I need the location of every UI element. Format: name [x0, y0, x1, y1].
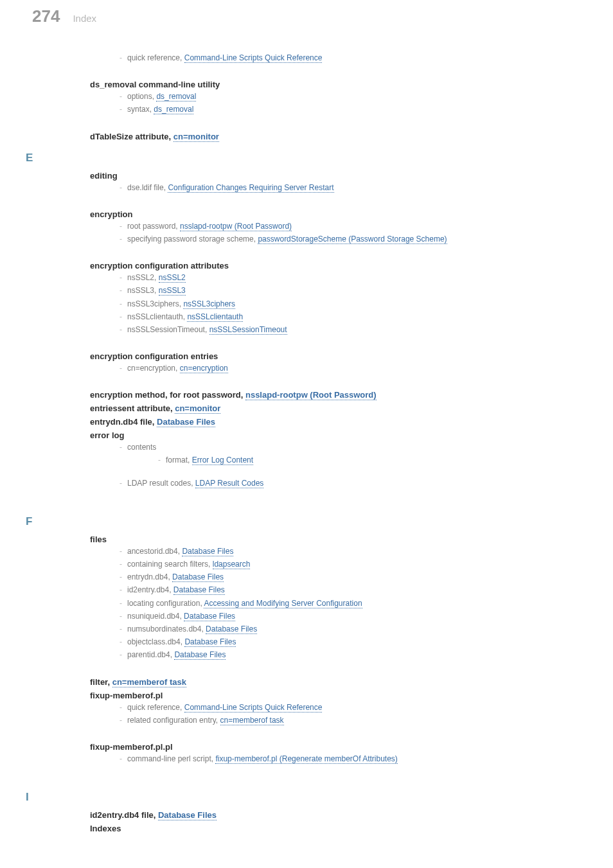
section-letter-f: F	[26, 515, 581, 528]
item-label: quick reference,	[127, 53, 184, 62]
nsssl3-link[interactable]: nsSSL3	[159, 286, 186, 296]
nssslsessiontimeout-link[interactable]: nsSSLSessionTimeout	[209, 325, 287, 335]
sub-list-inner: format, Error Log Content	[122, 454, 581, 466]
nsssl2-link[interactable]: nsSSL2	[159, 273, 186, 283]
entry-title: encryption configuration attributes	[90, 261, 581, 270]
quick-ref-link2[interactable]: Command-Line Scripts Quick Reference	[184, 703, 323, 713]
section-letter-i: I	[26, 791, 581, 804]
list-item: nsSSL3ciphers, nsSSL3ciphers	[122, 298, 581, 310]
header-title: Index	[73, 13, 96, 24]
editing-entry: editing dse.ldif file, Configuration Cha…	[90, 171, 581, 194]
item-label: containing search filters,	[127, 560, 213, 569]
item-label: specifying password storage scheme,	[127, 235, 258, 244]
page-header: 274 Index	[0, 0, 613, 39]
list-item: related configuration entry, cn=memberof…	[122, 714, 581, 727]
quick-reference-list: quick reference, Command-Line Scripts Qu…	[90, 52, 581, 64]
entry-title: ds_removal command-line utility	[90, 80, 581, 89]
list-item: format, Error Log Content	[161, 454, 581, 466]
cn-monitor-link2[interactable]: cn=monitor	[175, 403, 220, 414]
ldap-result-codes-link[interactable]: LDAP Result Codes	[195, 479, 264, 488]
ds-removal-entry: ds_removal command-line utility options,…	[90, 80, 581, 116]
db-files-link9[interactable]: Database Files	[174, 650, 226, 660]
db-files-link7[interactable]: Database Files	[206, 624, 257, 634]
fixup-memberof-plpl-entry: fixup-memberof.pl.pl command-line perl s…	[90, 742, 581, 765]
config-changes-link[interactable]: Configuration Changes Requiring Server R…	[168, 183, 333, 193]
db-files-link3[interactable]: Database Files	[172, 572, 224, 582]
entry-title: files	[90, 535, 581, 544]
list-item: nsSSL3, nsSSL3	[122, 285, 581, 297]
sub-list: contents format, Error Log Content LDAP …	[90, 441, 581, 490]
rootpw-link[interactable]: nsslapd-rootpw (Root Password)	[180, 222, 292, 231]
rootpw-method-link[interactable]: nsslapd-rootpw (Root Password)	[245, 390, 377, 400]
files-entry: files ancestorid.db4, Database Files con…	[90, 535, 581, 662]
item-label: nsuniqueid.db4,	[127, 612, 184, 621]
regenerate-memberof-link[interactable]: fixup-memberof.pl (Regenerate memberOf A…	[215, 754, 397, 764]
entry-title: editing	[90, 171, 581, 181]
sub-list: ancestorid.db4, Database Files containin…	[90, 545, 581, 662]
password-storage-scheme-link[interactable]: passwordStorageScheme (Password Storage …	[258, 235, 447, 244]
item-label: nsSSL3,	[127, 286, 159, 295]
entry-title: encryption	[90, 209, 581, 219]
item-label: objectclass.db4,	[127, 637, 184, 646]
entriessent-entry: entriessent attribute, cn=monitor	[90, 403, 581, 413]
item-label: options,	[127, 92, 156, 101]
ds-removal-options-link[interactable]: ds_removal	[156, 92, 196, 102]
database-files-link[interactable]: Database Files	[157, 417, 215, 427]
ldapsearch-link[interactable]: ldapsearch	[213, 560, 251, 569]
list-item: dse.ldif file, Configuration Changes Req…	[122, 182, 581, 194]
item-label: id2entry.db4,	[127, 585, 173, 594]
item-label: nsSSLclientauth,	[127, 312, 187, 321]
sub-list: cn=encryption, cn=encryption	[90, 362, 581, 375]
list-item: entrydn.db4, Database Files	[122, 571, 581, 583]
index-content: quick reference, Command-Line Scripts Qu…	[0, 39, 613, 853]
ds-removal-syntax-link[interactable]: ds_removal	[154, 105, 193, 114]
encryption-attrs-entry: encryption configuration attributes nsSS…	[90, 261, 581, 336]
db-files-link8[interactable]: Database Files	[184, 637, 236, 647]
entry-title: Indexes	[90, 824, 121, 833]
entry-title: fixup-memberof.pl.pl	[90, 742, 581, 752]
item-label: command-line perl script,	[127, 754, 215, 763]
nsssl3ciphers-link[interactable]: nsSSL3ciphers	[183, 299, 235, 309]
item-label: cn=encryption,	[127, 364, 180, 373]
page-number: 274	[32, 6, 60, 26]
db-files-link4[interactable]: Database Files	[173, 585, 225, 595]
cn-memberof-task-link2[interactable]: cn=memberof task	[220, 716, 284, 725]
id2entry-entry: id2entry.db4 file, Database Files	[90, 810, 581, 820]
list-item: parentid.db4, Database Files	[122, 649, 581, 661]
list-item: command-line perl script, fixup-memberof…	[122, 753, 581, 765]
sub-list: dse.ldif file, Configuration Changes Req…	[90, 182, 581, 194]
db-files-link-id2[interactable]: Database Files	[158, 810, 217, 820]
cn-monitor-link[interactable]: cn=monitor	[173, 132, 219, 142]
item-label: numsubordinates.db4,	[127, 624, 206, 633]
entry-title: encryption configuration entries	[90, 351, 581, 361]
list-item: objectclass.db4, Database Files	[122, 636, 581, 648]
list-item: containing search filters, ldapsearch	[122, 558, 581, 571]
list-item: quick reference, Command-Line Scripts Qu…	[122, 702, 581, 714]
list-item: root password, nsslapd-rootpw (Root Pass…	[122, 220, 581, 233]
item-label: related configuration entry,	[127, 716, 220, 725]
server-config-link[interactable]: Accessing and Modifying Server Configura…	[204, 599, 362, 608]
fixup-memberof-entry: fixup-memberof.pl quick reference, Comma…	[90, 691, 581, 727]
entry-title: fixup-memberof.pl	[90, 691, 581, 700]
item-label: nsSSL3ciphers,	[127, 299, 183, 308]
list-item: locating configuration, Accessing and Mo…	[122, 598, 581, 610]
dtablesize-entry: dTableSize attribute, cn=monitor	[90, 132, 581, 141]
db-files-link1[interactable]: Database Files	[182, 547, 233, 556]
filter-entry: filter, cn=memberof task	[90, 677, 581, 687]
nssslclientauth-link[interactable]: nsSSLclientauth	[187, 312, 243, 322]
quick-reference-link[interactable]: Command-Line Scripts Quick Reference	[184, 53, 323, 63]
error-log-content-link[interactable]: Error Log Content	[192, 456, 253, 465]
list-item: nsSSLclientauth, nsSSLclientauth	[122, 311, 581, 323]
item-label: dse.ldif file,	[127, 183, 168, 192]
entry-title: error log	[90, 430, 581, 440]
entry-title: entrydn.db4 file,	[90, 417, 157, 427]
cn-memberof-task-link[interactable]: cn=memberof task	[112, 677, 186, 687]
item-label: quick reference,	[127, 703, 184, 712]
list-item: LDAP result codes, LDAP Result Codes	[122, 477, 581, 490]
item-label: format,	[166, 456, 192, 465]
entry-title: encryption method, for root password,	[90, 390, 245, 400]
cn-encryption-link[interactable]: cn=encryption	[180, 364, 228, 373]
db-files-link6[interactable]: Database Files	[184, 612, 235, 621]
item-label: ancestorid.db4,	[127, 547, 182, 556]
list-item: nsSSL2, nsSSL2	[122, 272, 581, 284]
